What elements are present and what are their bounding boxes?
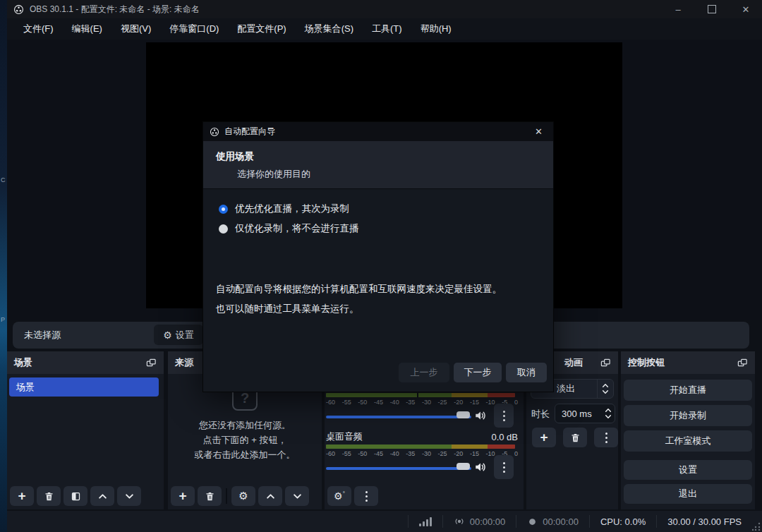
scene-filters-button[interactable]	[64, 486, 87, 506]
move-source-up-button[interactable]	[258, 486, 282, 506]
trash-icon	[570, 433, 581, 443]
menu-view[interactable]: 视图(V)	[113, 19, 159, 39]
plus-icon: +	[179, 489, 186, 502]
chevron-down-icon	[605, 414, 612, 419]
channel-menu-button[interactable]	[494, 404, 514, 428]
popout-icon[interactable]	[146, 358, 157, 368]
advanced-audio-button[interactable]: ⚙°	[327, 486, 351, 506]
slider-handle[interactable]	[456, 463, 470, 470]
duration-value: 300 ms	[555, 409, 602, 419]
mixer-menu-button[interactable]	[354, 486, 378, 506]
transition-properties-button[interactable]	[594, 428, 618, 447]
option-label: 仅优化录制，将不会进行直播	[235, 222, 359, 235]
dialog-header-title: 使用场景	[216, 150, 254, 163]
duration-label: 时长	[531, 408, 550, 421]
cancel-button[interactable]: 取消	[506, 363, 547, 382]
controls-panel-title: 控制按钮	[628, 356, 665, 369]
channel-menu-button[interactable]	[494, 455, 514, 479]
title-bar: OBS 30.1.1 - 配置文件: 未命名 - 场景: 未命名 – ✕	[7, 0, 762, 18]
next-button[interactable]: 下一步	[454, 363, 502, 382]
menu-edit[interactable]: 编辑(E)	[64, 19, 110, 39]
volume-slider[interactable]	[326, 465, 471, 472]
menu-help[interactable]: 帮助(H)	[413, 19, 459, 39]
chevron-down-icon	[125, 493, 134, 500]
duration-spinbox[interactable]: 300 ms	[555, 404, 615, 423]
dots-icon	[503, 462, 505, 473]
scenes-panel-title: 场景	[14, 356, 32, 369]
gear-icon: ⚙	[238, 490, 248, 502]
dialog-close-button[interactable]: ✕	[531, 126, 547, 137]
scene-list-item[interactable]: 场景	[9, 377, 159, 397]
minimize-button[interactable]: –	[666, 0, 690, 18]
stream-health-section	[408, 515, 442, 528]
close-icon: ✕	[742, 4, 750, 15]
chevron-down-icon	[602, 389, 609, 394]
close-button[interactable]: ✕	[734, 0, 758, 18]
record-time: 00:00:00	[543, 516, 579, 527]
mixer-channel-header: 桌面音频 0.0 dB	[326, 430, 518, 443]
menu-profile[interactable]: 配置文件(P)	[229, 19, 294, 39]
cpu-usage: CPU: 0.0%	[600, 516, 646, 527]
controls-panel-header: 控制按钮	[621, 351, 755, 374]
radio-selected-icon	[219, 205, 228, 214]
back-button[interactable]: 上一步	[399, 363, 449, 382]
volume-slider[interactable]	[326, 413, 471, 421]
trash-icon	[205, 491, 215, 502]
optimize-recording-option[interactable]: 仅优化录制，将不会进行直播	[219, 222, 359, 235]
record-time-section: 00:00:00	[516, 515, 589, 528]
add-transition-button[interactable]: +	[532, 428, 556, 447]
sources-empty-state: ? 您还没有添加任何源。 点击下面的 + 按钮， 或者右击此处添加一个。	[168, 385, 322, 462]
speaker-icon[interactable]	[474, 409, 487, 422]
move-scene-down-button[interactable]	[117, 486, 141, 506]
add-scene-button[interactable]: +	[10, 486, 34, 506]
menu-docks[interactable]: 停靠窗口(D)	[162, 19, 226, 39]
speaker-icon[interactable]	[474, 461, 487, 473]
menu-file[interactable]: 文件(F)	[16, 19, 61, 39]
plus-icon: +	[18, 489, 25, 502]
plus-icon: +	[540, 430, 548, 444]
toolbar-divider	[226, 488, 227, 504]
resize-grip-icon[interactable]	[752, 522, 761, 531]
start-recording-button[interactable]: 开始录制	[624, 405, 752, 426]
slider-handle[interactable]	[456, 411, 470, 418]
chevron-up-icon	[602, 383, 609, 388]
start-streaming-button[interactable]: 开始直播	[624, 380, 752, 401]
chevron-up-icon	[605, 408, 612, 413]
source-properties-button[interactable]: ⚙	[231, 486, 255, 506]
scenes-panel: 场景 场景 +	[7, 351, 164, 509]
transitions-toolbar: +	[532, 428, 618, 447]
status-bar: 00:00:00 00:00:00 CPU: 0.0% 30.00 / 30.0…	[7, 511, 762, 532]
spinbox-arrows[interactable]	[602, 404, 615, 423]
scene-item-label: 场景	[16, 381, 35, 394]
remove-transition-button[interactable]	[563, 428, 587, 447]
menu-scene-collection[interactable]: 场景集合(S)	[297, 19, 361, 39]
menu-bar: 文件(F) 编辑(E) 视图(V) 停靠窗口(D) 配置文件(P) 场景集合(S…	[7, 18, 762, 40]
sources-empty-line: 您还没有添加任何源。	[168, 418, 322, 433]
remove-scene-button[interactable]	[37, 486, 61, 506]
exit-button[interactable]: 退出	[624, 484, 752, 504]
move-scene-up-button[interactable]	[90, 486, 114, 506]
combo-spinner[interactable]	[597, 380, 613, 398]
channel-name: 桌面音频	[326, 430, 363, 443]
remove-source-button[interactable]	[198, 486, 222, 506]
settings-button[interactable]: 设置	[624, 460, 752, 480]
advanced-gear-icon: ⚙	[334, 490, 343, 502]
dialog-description-line: 自动配置向导将根据您的计算机配置和互联网速度来决定最佳设置。	[216, 283, 502, 296]
stream-time: 00:00:00	[470, 516, 506, 527]
radio-unselected-icon	[219, 224, 228, 234]
popout-icon[interactable]	[737, 358, 748, 368]
context-settings-button[interactable]: ⚙ 设置	[154, 325, 203, 345]
move-source-down-button[interactable]	[285, 486, 309, 506]
add-source-button[interactable]: +	[171, 486, 195, 506]
close-icon: ✕	[535, 126, 543, 137]
option-label: 优先优化直播，其次为录制	[235, 202, 349, 215]
optimize-streaming-option[interactable]: 优先优化直播，其次为录制	[219, 202, 349, 215]
maximize-button[interactable]	[700, 0, 724, 18]
context-bar-label: 未选择源	[24, 330, 61, 340]
studio-mode-button[interactable]: 工作室模式	[624, 430, 752, 452]
stream-time-section: 00:00:00	[442, 515, 516, 528]
menu-tools[interactable]: 工具(T)	[364, 19, 410, 39]
popout-icon[interactable]	[600, 358, 611, 368]
desktop-icon-label-fragment: P	[1, 316, 5, 323]
dialog-header-subtitle: 选择你的使用目的	[237, 168, 310, 181]
